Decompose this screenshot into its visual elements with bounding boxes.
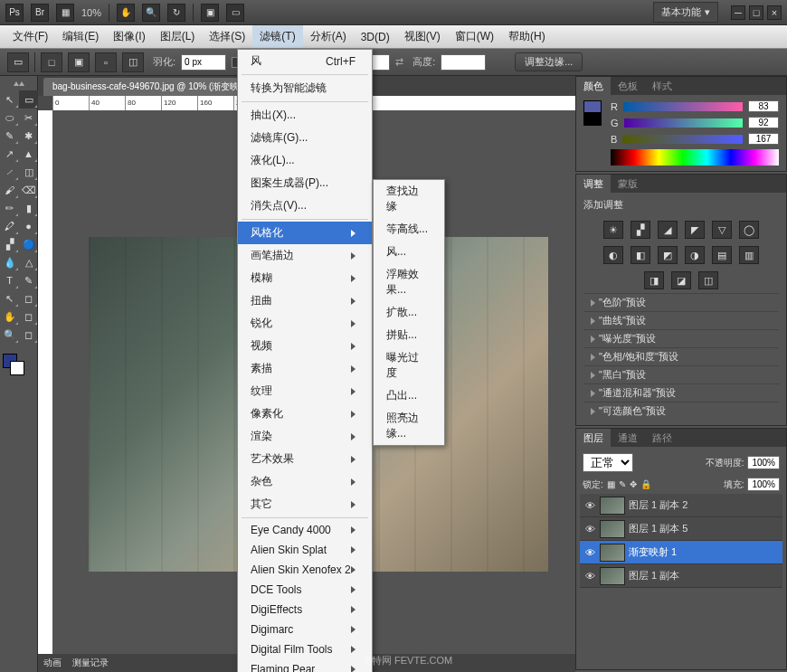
submenu-item[interactable]: 照亮边缘... [374,407,444,445]
preset-row[interactable]: "色阶"预设 [583,293,779,311]
bridge-icon[interactable]: Br [31,4,49,22]
tool-6[interactable]: ↗ [0,145,19,163]
g-value[interactable]: 92 [748,117,779,128]
menu-item[interactable]: 消失点(V)... [238,194,372,217]
blend-mode-select[interactable]: 正常 [583,453,633,472]
submenu-item[interactable]: 凸出... [374,384,444,407]
tool-24[interactable]: ✋ [0,308,19,326]
selection-add-icon[interactable]: ▣ [68,52,90,72]
adjustment-icon-0[interactable]: ☀ [603,221,623,239]
menu-view[interactable]: 视图(V) [397,25,448,48]
visibility-icon[interactable]: 👁 [583,546,596,559]
preset-row[interactable]: "曝光度"预设 [583,329,779,347]
background-swatch[interactable] [10,361,24,375]
bg-color-box[interactable] [583,113,602,126]
selection-sub-icon[interactable]: ▫ [95,52,117,72]
menu-analysis[interactable]: 分析(A) [303,25,354,48]
adjustment-icon-2[interactable]: ◢ [658,221,678,239]
menu-window[interactable]: 窗口(W) [448,25,501,48]
menu-item[interactable]: 风格化 [238,222,372,244]
adjustment-icon-1[interactable]: ▞ [631,221,650,239]
visibility-icon[interactable]: 👁 [583,570,596,582]
lock-all-icon[interactable]: 🔒 [640,479,651,489]
tool-17[interactable]: 🔵 [19,235,38,253]
tool-15[interactable]: ● [19,217,38,235]
tab-layers[interactable]: 图层 [576,429,611,447]
tool-18[interactable]: 💧 [0,253,19,271]
menu-item[interactable]: 素描 [238,357,372,380]
feather-input[interactable] [181,54,226,71]
menu-item[interactable]: Digimarc [238,620,372,639]
menu-item[interactable]: 风Ctrl+F [238,50,372,72]
arrange-icon[interactable]: ▣ [201,4,219,22]
fill-value[interactable]: 100% [747,478,780,491]
fg-color-box[interactable] [583,100,602,113]
tool-20[interactable]: T [0,271,19,289]
submenu-item[interactable]: 扩散... [374,301,444,324]
rotate-view-icon[interactable]: ↻ [167,4,185,22]
tool-12[interactable]: ✏ [0,199,19,217]
refine-edge-button[interactable]: 调整边缘... [515,52,583,71]
menu-item[interactable]: 模糊 [238,267,372,289]
adjustment-icon-6[interactable]: ◐ [603,246,623,264]
menu-image[interactable]: 图像(I) [106,25,152,48]
menu-item[interactable]: 像素化 [238,402,372,425]
spectrum-ramp[interactable] [611,149,779,166]
menu-item[interactable]: 纹理 [238,380,372,402]
adjustment-icon-13[interactable]: ◪ [671,271,691,289]
menu-item[interactable]: Alien Skin Xenofex 2 [238,560,372,580]
lock-position-icon[interactable]: ✥ [630,479,637,489]
tab-swatches[interactable]: 色板 [611,77,645,95]
submenu-item[interactable]: 浮雕效果... [374,263,444,301]
ps-logo-icon[interactable]: Ps [5,4,24,22]
menu-item[interactable]: 液化(L)... [238,149,372,172]
adjustment-icon-7[interactable]: ◧ [631,246,650,264]
tool-26[interactable]: 🔍 [0,326,19,344]
visibility-icon[interactable]: 👁 [583,523,596,535]
layer-row[interactable]: 👁渐变映射 1 [580,541,782,564]
tool-25[interactable]: ◻ [19,308,38,326]
menu-edit[interactable]: 编辑(E) [55,25,106,48]
zoom-tool-icon[interactable]: 🔍 [142,4,160,22]
tab-channels[interactable]: 通道 [611,429,645,447]
selection-new-icon[interactable]: □ [41,52,62,72]
minimize-icon[interactable]: ─ [731,5,745,20]
adjustment-icon-9[interactable]: ◑ [685,246,705,264]
tab-animation[interactable]: 动画 [43,657,62,669]
height-input[interactable] [441,54,486,71]
adjustment-icon-4[interactable]: ▽ [712,221,732,239]
menu-item[interactable]: DigiEffects [238,600,372,620]
tool-23[interactable]: ◻ [19,289,38,308]
visibility-icon[interactable]: 👁 [583,499,596,512]
layer-row[interactable]: 👁图层 1 副本 2 [580,494,782,517]
adjustment-icon-10[interactable]: ▤ [712,246,732,264]
tool-0[interactable]: ↖ [0,90,19,109]
menu-select[interactable]: 选择(S) [202,25,252,48]
layer-row[interactable]: 👁图层 1 副本 [580,564,782,588]
menu-item[interactable]: Flaming Pear [238,659,372,672]
layer-row[interactable]: 👁图层 1 副本 5 [580,517,782,541]
tool-27[interactable]: ◻ [19,326,38,344]
menu-help[interactable]: 帮助(H) [501,25,553,48]
tool-11[interactable]: ⌫ [19,181,38,199]
preset-row[interactable]: "黑白"预设 [583,365,779,383]
adjustment-icon-14[interactable]: ◫ [698,271,718,289]
menu-file[interactable]: 文件(F) [5,25,55,48]
submenu-item[interactable]: 等高线... [374,218,444,241]
menu-item[interactable]: 滤镜库(G)... [238,127,372,149]
menu-item[interactable]: 锐化 [238,312,372,335]
submenu-item[interactable]: 拼贴... [374,324,444,346]
tab-paths[interactable]: 路径 [645,429,679,447]
menu-item[interactable]: 杂色 [238,470,372,493]
r-slider[interactable] [623,102,743,111]
tab-adjustments[interactable]: 调整 [576,175,611,193]
menu-item[interactable]: 扭曲 [238,289,372,312]
r-value[interactable]: 83 [748,100,779,112]
preset-row[interactable]: "曲线"预设 [583,311,779,329]
g-slider[interactable] [624,118,743,128]
maximize-icon[interactable]: □ [749,5,763,20]
close-icon[interactable]: × [767,5,782,20]
menu-item[interactable]: 渲染 [238,425,372,448]
tool-21[interactable]: ✎ [19,271,38,289]
adjustment-icon-8[interactable]: ◩ [658,246,678,264]
